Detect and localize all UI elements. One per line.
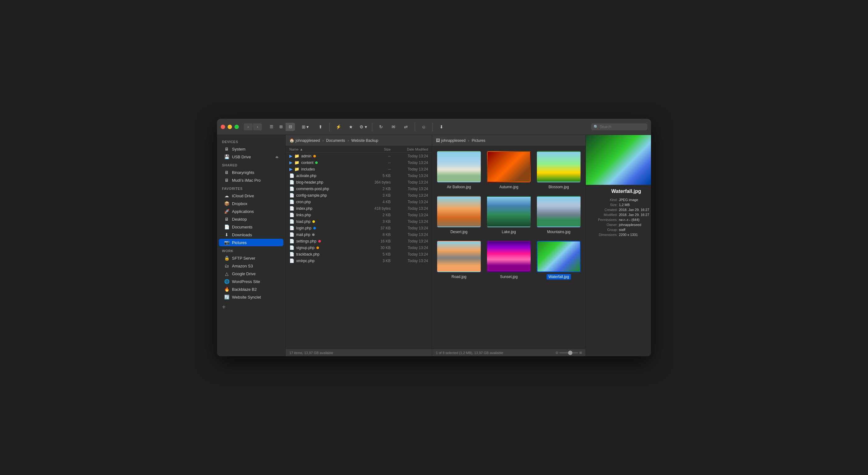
eject-button[interactable]: ⏏ xyxy=(275,155,278,159)
close-button[interactable] xyxy=(221,125,225,129)
search-box[interactable]: 🔍 xyxy=(591,123,647,130)
sidebar-item-downloads[interactable]: ⬇ Downloads xyxy=(219,231,283,239)
preview-permissions-value: rw-r--r-- (644) xyxy=(619,218,640,222)
column-view-button[interactable]: ⊞ xyxy=(276,123,286,131)
emoji-button[interactable]: ☺ xyxy=(419,123,429,131)
back-button[interactable]: ‹ xyxy=(244,123,252,130)
sidebar-item-sftp[interactable]: 🔒 SFTP Server xyxy=(219,254,283,262)
sidebar-item-backblaze[interactable]: 🔥 Backblaze B2 xyxy=(219,285,283,293)
preview-dimensions-label: Dimensions: xyxy=(590,233,618,236)
table-row[interactable]: 📄 activate.php 5 KB Today 13:24 xyxy=(286,172,432,179)
settings-button[interactable]: ⚙ ▾ xyxy=(358,123,368,131)
zoom-slider[interactable]: ⊟ ⊞ xyxy=(556,351,582,354)
date-column-header[interactable]: Date Modified xyxy=(391,148,428,151)
gallery-item[interactable]: Air Balloon.jpg xyxy=(437,151,481,190)
icloud-icon: ☁ xyxy=(224,193,229,198)
fullscreen-button[interactable] xyxy=(235,125,239,129)
file-date: Today 13:24 xyxy=(391,219,428,224)
file-icon: 📄 xyxy=(289,193,294,198)
file-date: Today 13:24 xyxy=(391,187,428,191)
gallery-item-label: Air Balloon.jpg xyxy=(445,184,473,190)
share-button[interactable]: ⬆ xyxy=(315,123,326,131)
table-row[interactable]: 📄 comments-post.php 2 KB Today 13:24 xyxy=(286,185,432,192)
table-row[interactable]: 📄 login.php 37 KB Today 13:24 xyxy=(286,225,432,231)
sidebar-item-wordpress[interactable]: 🌐 WordPress Site xyxy=(219,278,283,285)
sidebar-item-label: Mudi's iMac Pro xyxy=(232,178,261,183)
connect-button[interactable]: ⇄ xyxy=(401,123,411,131)
table-row[interactable]: 📄 config-sample.php 3 KB Today 13:24 xyxy=(286,192,432,198)
download-button[interactable]: ⬇ xyxy=(436,123,446,131)
minimize-button[interactable] xyxy=(227,125,232,129)
size-column-header[interactable]: Size xyxy=(366,148,391,151)
table-row[interactable]: 📄 index.php 418 bytes Today 13:24 xyxy=(286,205,432,212)
gallery-view-button[interactable]: ⊟ xyxy=(286,123,295,131)
preview-size-label: Size: xyxy=(590,203,618,207)
forward-button[interactable]: › xyxy=(253,123,262,130)
add-sidebar-item-button[interactable]: + xyxy=(217,301,285,313)
separator4 xyxy=(432,123,433,131)
dropbox-icon: 📦 xyxy=(224,201,229,206)
sidebar-item-applications[interactable]: 🚀 Applications xyxy=(219,208,283,215)
file-date: Today 13:24 xyxy=(391,193,428,198)
gallery-item[interactable]: Waterfall.jpg xyxy=(537,241,581,280)
home-icon: 🏠 xyxy=(289,138,294,143)
preview-kind-value: JPEG image xyxy=(619,198,638,202)
table-row[interactable]: 📄 mail.php 8 KB Today 13:24 xyxy=(286,231,432,238)
sidebar-item-desktop[interactable]: 🖥 Desktop xyxy=(219,215,283,223)
gallery-item[interactable]: Sunset.jpg xyxy=(487,241,531,280)
table-row[interactable]: ▶ 📁 admin -- Today 13:24 xyxy=(286,153,432,159)
table-row[interactable]: ▶ 📁 content -- Today 13:24 xyxy=(286,159,432,166)
file-tag-dot xyxy=(318,240,321,243)
search-input[interactable] xyxy=(599,125,645,129)
table-row[interactable]: 📄 signup.php 30 KB Today 13:24 xyxy=(286,244,432,251)
sidebar-item-usb[interactable]: 💾 USB Drive ⏏ xyxy=(219,153,283,160)
gallery-item-label: Sunset.jpg xyxy=(498,274,520,280)
sidebar-item-icloud[interactable]: ☁ iCloud Drive xyxy=(219,192,283,199)
sidebar-item-binarynights[interactable]: 🖥 Binarynights xyxy=(219,169,283,176)
sidebar-item-amazons3[interactable]: 🗂 Amazon S3 xyxy=(219,262,283,270)
mail-button[interactable]: ✉ xyxy=(389,123,399,131)
list-view-button[interactable]: ☰ xyxy=(267,123,276,131)
arrange-button[interactable]: ⊞ ▾ xyxy=(298,123,313,131)
file-list: ▶ 📁 admin -- Today 13:24 ▶ 📁 content -- … xyxy=(286,153,432,349)
gallery-thumbnail xyxy=(437,196,481,227)
table-row[interactable]: 📄 blog-header.php 364 bytes Today 13:24 xyxy=(286,179,432,185)
gallery-item[interactable]: Autumn.jpg xyxy=(487,151,531,190)
table-row[interactable]: 📄 trackback.php 5 KB Today 13:24 xyxy=(286,251,432,257)
table-row[interactable]: 📄 load.php 3 KB Today 13:24 xyxy=(286,218,432,225)
sidebar-item-pictures[interactable]: 📷 Pictures xyxy=(219,239,283,246)
table-row[interactable]: 📄 settings.php 16 KB Today 13:24 xyxy=(286,238,432,244)
table-row[interactable]: 📄 xmlrpc.php 3 KB Today 13:24 xyxy=(286,257,432,264)
table-row[interactable]: 📄 cron.php 4 KB Today 13:24 xyxy=(286,198,432,205)
gallery-item[interactable]: Road.jpg xyxy=(437,241,481,280)
sidebar-item-websitesynclet[interactable]: 🔄 Website Synclet xyxy=(219,293,283,301)
gallery-item[interactable]: Blossom.jpg xyxy=(537,151,581,190)
sidebar-item-label: Amazon S3 xyxy=(232,264,253,268)
file-size: 5 KB xyxy=(366,252,391,256)
file-date: Today 13:24 xyxy=(391,167,428,171)
action-button[interactable]: ⚡ xyxy=(333,123,343,131)
file-name-cell: ▶ 📁 includes xyxy=(289,167,366,171)
gallery-item[interactable]: Lake.jpg xyxy=(487,196,531,235)
gallery-breadcrumb-folder: Pictures xyxy=(472,138,485,143)
sync-button[interactable]: ↻ xyxy=(376,123,386,131)
sidebar-item-system[interactable]: 🖥 System xyxy=(219,145,283,153)
name-column-header[interactable]: Name ▲ xyxy=(289,148,366,151)
sidebar-item-googledrive[interactable]: △ Google Drive xyxy=(219,270,283,277)
sidebar-item-dropbox[interactable]: 📦 Dropbox xyxy=(219,200,283,207)
sidebar-item-imac[interactable]: 🖥 Mudi's iMac Pro xyxy=(219,177,283,184)
file-icon: 📄 xyxy=(289,173,294,178)
favorites-button[interactable]: ★ xyxy=(346,123,356,131)
gallery-item[interactable]: Desert.jpg xyxy=(437,196,481,235)
gallery-item[interactable]: Mountains.jpg xyxy=(537,196,581,235)
preview-permissions-label: Permissions: xyxy=(590,218,618,222)
gallery-thumbnail xyxy=(537,196,581,227)
preview-kind-row: Kind: JPEG image xyxy=(590,198,651,202)
table-row[interactable]: ▶ 📁 includes -- Today 13:24 xyxy=(286,166,432,172)
table-row[interactable]: 📄 links.php 2 KB Today 13:24 xyxy=(286,212,432,218)
file-name: includes xyxy=(301,167,315,171)
file-size: 8 KB xyxy=(366,232,391,237)
preview-kind-label: Kind: xyxy=(590,198,618,202)
file-date: Today 13:24 xyxy=(391,259,428,263)
sidebar-item-documents[interactable]: 📄 Documents xyxy=(219,223,283,231)
